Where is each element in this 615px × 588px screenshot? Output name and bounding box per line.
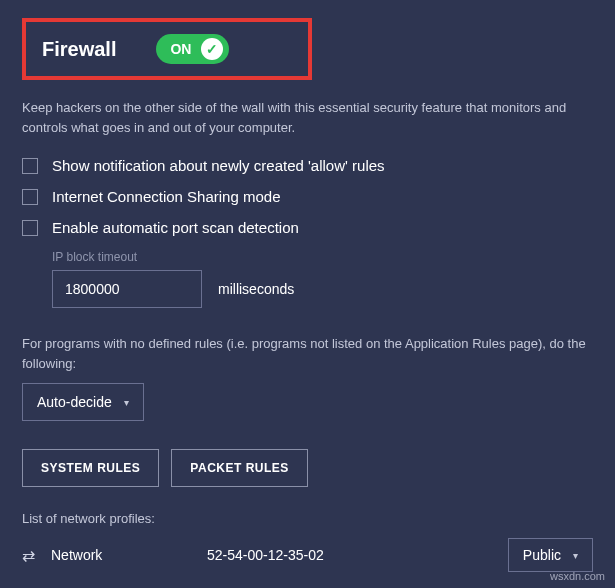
watermark-text: wsxdn.com [550, 570, 605, 582]
rules-description: For programs with no defined rules (i.e.… [22, 334, 593, 373]
checkbox-ics[interactable] [22, 189, 38, 205]
network-icon: ⇄ [22, 546, 35, 565]
checkbox-label: Enable automatic port scan detection [52, 219, 299, 236]
firewall-toggle[interactable]: ON ✓ [156, 34, 229, 64]
profile-mac: 52-54-00-12-35-02 [207, 547, 492, 563]
profile-name: Network [51, 547, 191, 563]
ip-block-group: IP block timeout milliseconds [52, 250, 593, 308]
checkbox-portscan[interactable] [22, 220, 38, 236]
default-action-select[interactable]: Auto-decide ▾ [22, 383, 144, 421]
checkbox-row-ics: Internet Connection Sharing mode [22, 188, 593, 205]
description-text: Keep hackers on the other side of the wa… [22, 98, 593, 137]
packet-rules-button[interactable]: PACKET RULES [171, 449, 307, 487]
ip-block-label: IP block timeout [52, 250, 593, 264]
checkbox-row-notification: Show notification about newly created 'a… [22, 157, 593, 174]
profile-type-value: Public [523, 547, 561, 563]
checkbox-notification[interactable] [22, 158, 38, 174]
check-icon: ✓ [206, 41, 218, 57]
select-value: Auto-decide [37, 394, 112, 410]
chevron-down-icon: ▾ [573, 550, 578, 561]
system-rules-button[interactable]: SYSTEM RULES [22, 449, 159, 487]
page-title: Firewall [42, 38, 116, 61]
rule-buttons-row: SYSTEM RULES PACKET RULES [22, 449, 593, 487]
checkbox-row-portscan: Enable automatic port scan detection [22, 219, 593, 236]
ip-block-unit: milliseconds [218, 281, 294, 297]
toggle-knob: ✓ [201, 38, 223, 60]
toggle-state-label: ON [170, 41, 191, 57]
chevron-down-icon: ▾ [124, 397, 129, 408]
checkbox-label: Internet Connection Sharing mode [52, 188, 280, 205]
network-profile-row: ⇄ Network 52-54-00-12-35-02 Public ▾ [22, 538, 593, 572]
checkbox-label: Show notification about newly created 'a… [52, 157, 385, 174]
ip-block-input[interactable] [52, 270, 202, 308]
profile-type-select[interactable]: Public ▾ [508, 538, 593, 572]
profiles-label: List of network profiles: [22, 511, 593, 526]
firewall-header: Firewall ON ✓ [22, 18, 312, 80]
